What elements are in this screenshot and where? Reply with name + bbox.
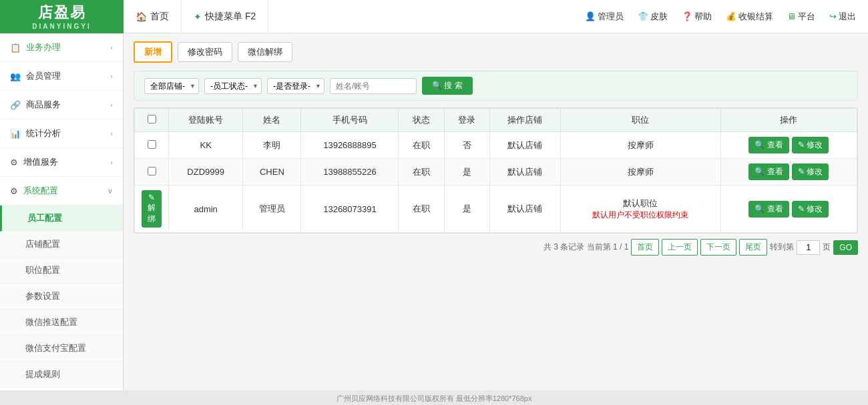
nav-logout[interactable]: ↪ 退出: [824, 11, 861, 23]
col-header-status: 状态: [399, 109, 444, 132]
sidebar-sub-item-commission[interactable]: 提成规则: [0, 362, 123, 388]
sidebar-item-stats[interactable]: 📊 统计分析 ›: [0, 119, 123, 148]
nav-help-label: 帮助: [694, 11, 712, 23]
nav-right: 👤 管理员 👕 皮肤 ❓ 帮助 💰 收银结算 🖥 平台 ↪ 退出: [580, 11, 868, 23]
edit-button[interactable]: ✎ 修改: [792, 163, 829, 180]
sidebar-label-business: 业务办理: [26, 41, 110, 53]
select-all-checkbox[interactable]: [148, 115, 156, 123]
view-button[interactable]: 🔍 查看: [748, 201, 789, 218]
sidebar-sub-label-wechat-push: 微信推送配置: [25, 317, 77, 327]
sidebar-item-member[interactable]: 👥 会员管理 ›: [0, 62, 123, 91]
member-icon: 👥: [10, 71, 21, 81]
row-account: admin: [169, 185, 243, 233]
nav-cashier[interactable]: 💰 收银结算: [720, 11, 779, 23]
nav-quick-menu[interactable]: ✦ 快捷菜单 F2: [182, 0, 268, 33]
col-header-account: 登陆账号: [169, 109, 243, 132]
nav-manager-label: 管理员: [598, 11, 624, 23]
status-select-wrapper: -员工状态-: [204, 78, 262, 94]
row-checkbox[interactable]: [148, 167, 156, 175]
logout-icon: ↪: [829, 11, 837, 21]
sidebar-sub-item-params[interactable]: 参数设置: [0, 284, 123, 310]
pagination-summary: 共 3 条记录 当前第 1 / 1: [544, 242, 628, 253]
edit-button[interactable]: ✎ 修改: [792, 137, 829, 153]
quick-menu-icon: ✦: [194, 11, 202, 22]
first-page-button[interactable]: 首页: [631, 239, 659, 256]
nav-skin-label: 皮肤: [650, 11, 668, 23]
nav-platform-label: 平台: [798, 11, 815, 23]
sidebar-item-sysconfig[interactable]: ⚙ 系统配置 ∨: [0, 177, 123, 206]
row-checkbox-cell: ✎ 解绑: [135, 185, 169, 233]
sysconfig-icon: ⚙: [10, 186, 18, 196]
col-header-name: 姓名: [243, 109, 301, 132]
vip-icon: ⚙: [10, 157, 18, 167]
prev-page-button[interactable]: 上一页: [662, 239, 698, 256]
login-select-wrapper: -是否登录-: [267, 78, 324, 94]
stats-icon: 📊: [10, 129, 21, 139]
sidebar-label-member: 会员管理: [26, 70, 110, 82]
change-password-button[interactable]: 修改密码: [178, 42, 232, 62]
search-button[interactable]: 🔍 搜 索: [422, 77, 473, 95]
search-input[interactable]: [330, 78, 417, 94]
cashier-icon: 💰: [726, 11, 736, 21]
col-header-store: 操作店铺: [489, 109, 560, 132]
sidebar-sub-item-employee[interactable]: 员工配置: [0, 206, 123, 232]
row-checkbox-cell: [135, 132, 169, 159]
row-name: CHEN: [243, 159, 301, 185]
business-icon: 📋: [10, 43, 21, 53]
nav-platform[interactable]: 🖥 平台: [782, 11, 821, 23]
col-header-login: 登录: [444, 109, 489, 132]
last-page-button[interactable]: 尾页: [739, 239, 767, 256]
col-header-phone: 手机号码: [301, 109, 399, 132]
row-login: 是: [444, 185, 489, 233]
view-button[interactable]: 🔍 查看: [748, 163, 789, 180]
sidebar-item-business[interactable]: 📋 业务办理 ›: [0, 33, 123, 62]
employee-table-container: 登陆账号 姓名 手机号码 状态 登录 操作店铺 职位 操作 KK李明139268…: [134, 107, 858, 234]
sidebar-item-vip[interactable]: ⚙ 增值服务 ›: [0, 148, 123, 177]
toolbar: 新增 修改密码 微信解绑: [124, 33, 868, 71]
row-position: 按摩师: [560, 132, 720, 159]
sidebar-label-goods: 商品服务: [26, 99, 110, 111]
sidebar-sub-item-wechat-push[interactable]: 微信推送配置: [0, 310, 123, 336]
top-nav: 🏠 首页 ✦ 快捷菜单 F2 👤 管理员 👕 皮肤 ❓ 帮助 💰 收银结算: [124, 0, 868, 33]
row-position: 默认职位默认用户不受职位权限约束: [560, 185, 720, 233]
sidebar-sub-item-store[interactable]: 店铺配置: [0, 232, 123, 258]
nav-home[interactable]: 🏠 首页: [124, 0, 182, 33]
unbind-button[interactable]: ✎ 解绑: [142, 190, 162, 228]
next-page-button[interactable]: 下一页: [700, 239, 736, 256]
edit-button[interactable]: ✎ 修改: [792, 201, 829, 218]
go-button[interactable]: GO: [833, 240, 858, 255]
sidebar: 📋 业务办理 › 👥 会员管理 › 🔗 商品服务 › 📊 统计分析 › ⚙ 增值…: [0, 33, 124, 405]
chevron-right-icon-member: ›: [110, 72, 113, 80]
goto-label: 转到第: [770, 242, 794, 253]
nav-manager[interactable]: 👤 管理员: [580, 11, 629, 23]
sidebar-item-goods[interactable]: 🔗 商品服务 ›: [0, 91, 123, 119]
nav-logout-label: 退出: [839, 11, 856, 23]
add-button[interactable]: 新增: [134, 41, 172, 63]
row-checkbox-cell: [135, 159, 169, 185]
manager-icon: 👤: [585, 11, 596, 21]
nav-skin[interactable]: 👕 皮肤: [632, 11, 673, 23]
page-number-input[interactable]: [797, 240, 820, 255]
login-select[interactable]: -是否登录-: [267, 78, 324, 94]
row-actions: 🔍 查看✎ 修改: [720, 159, 857, 185]
platform-icon: 🖥: [787, 11, 796, 21]
row-store: 默认店铺: [489, 185, 560, 233]
store-select[interactable]: 全部店铺-: [144, 78, 199, 94]
header: 店盈易 DIANYINGYI 🏠 首页 ✦ 快捷菜单 F2 👤 管理员 👕 皮肤…: [0, 0, 868, 33]
nav-help[interactable]: ❓ 帮助: [676, 11, 717, 23]
row-name: 李明: [243, 132, 301, 159]
sidebar-sub-item-wechat-pay[interactable]: 微信支付宝配置: [0, 336, 123, 362]
unbind-wechat-button[interactable]: 微信解绑: [238, 42, 292, 62]
logo-main-text: 店盈易: [38, 3, 86, 23]
view-button[interactable]: 🔍 查看: [748, 137, 789, 153]
row-checkbox[interactable]: [148, 140, 156, 149]
employee-table: 登陆账号 姓名 手机号码 状态 登录 操作店铺 职位 操作 KK李明139268…: [134, 108, 857, 233]
help-icon: ❓: [682, 11, 692, 21]
row-phone: 13268073391: [301, 185, 399, 233]
main-content: 新增 修改密码 微信解绑 全部店铺- -员工状态- -是否登录-: [124, 33, 868, 405]
status-select[interactable]: -员工状态-: [204, 78, 262, 94]
sidebar-sub-item-position[interactable]: 职位配置: [0, 258, 123, 284]
footer: 广州贝应网络科技有限公司版权所有 最低分辨率1280*768px: [0, 390, 868, 405]
col-header-checkbox: [135, 109, 169, 132]
row-store: 默认店铺: [489, 159, 560, 185]
